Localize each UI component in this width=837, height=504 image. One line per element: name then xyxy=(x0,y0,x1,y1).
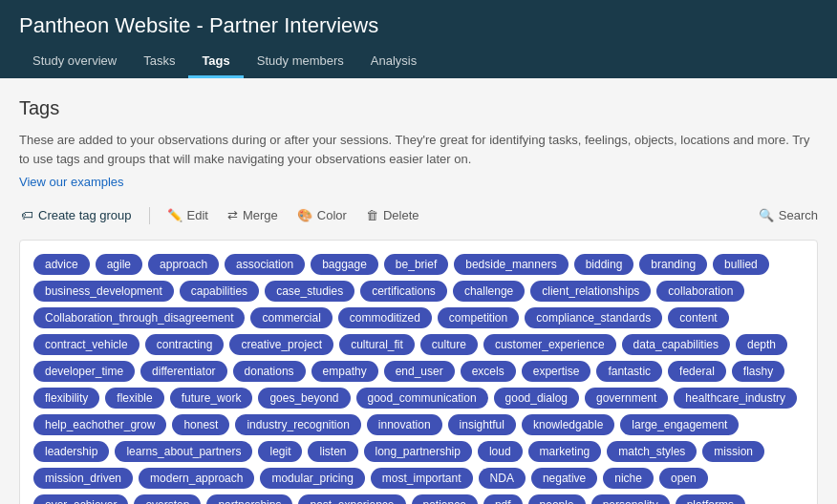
tag[interactable]: over_achiever xyxy=(33,494,128,504)
nav-item-tasks[interactable]: Tasks xyxy=(130,46,188,78)
tag[interactable]: honest xyxy=(172,414,229,435)
tag[interactable]: client_relationships xyxy=(530,281,651,302)
tag[interactable]: contracting xyxy=(145,334,225,355)
examples-link[interactable]: View our examples xyxy=(19,175,124,189)
tag[interactable]: advice xyxy=(33,254,90,275)
tag[interactable]: customer_experience xyxy=(483,334,616,355)
tag[interactable]: creative_project xyxy=(229,334,333,355)
edit-icon: ✏️ xyxy=(167,208,182,222)
nav-item-tags[interactable]: Tags xyxy=(188,46,243,78)
tag[interactable]: approach xyxy=(148,254,219,275)
tag[interactable]: competition xyxy=(438,307,519,328)
tag[interactable]: challenge xyxy=(453,281,525,302)
tag[interactable]: case_studies xyxy=(265,281,354,302)
tag[interactable]: collaboration xyxy=(656,281,744,302)
tag[interactable]: federal xyxy=(668,361,726,382)
tag[interactable]: data_capabilities xyxy=(622,334,730,355)
merge-icon: ⇄ xyxy=(227,208,238,222)
tag[interactable]: past_experience xyxy=(298,494,405,504)
tag[interactable]: people xyxy=(528,494,586,504)
tag[interactable]: help_eachother_grow xyxy=(33,414,166,435)
color-button[interactable]: 🎨 Color xyxy=(295,204,349,226)
tag[interactable]: Collaboration_through_disagreement xyxy=(33,307,245,328)
tag[interactable]: match_styles xyxy=(607,441,697,462)
tag-icon: 🏷 xyxy=(21,208,33,222)
tag[interactable]: listen xyxy=(308,441,357,462)
create-tag-group-button[interactable]: 🏷 Create tag group xyxy=(19,204,134,226)
tag[interactable]: commoditized xyxy=(338,307,432,328)
tag[interactable]: good_dialog xyxy=(494,388,579,409)
tag[interactable]: empathy xyxy=(311,361,378,382)
tag[interactable]: donations xyxy=(233,361,306,382)
tag[interactable]: open xyxy=(659,468,708,489)
tag[interactable]: knowledgable xyxy=(522,414,614,435)
tag[interactable]: healthcare_industry xyxy=(674,388,797,409)
nav-item-study-overview[interactable]: Study overview xyxy=(19,46,130,78)
tag[interactable]: flexibility xyxy=(33,388,99,409)
tag[interactable]: branding xyxy=(639,254,707,275)
tag[interactable]: bedside_manners xyxy=(454,254,568,275)
tag[interactable]: legit xyxy=(258,441,302,462)
tag[interactable]: be_brief xyxy=(384,254,448,275)
tag[interactable]: pdf xyxy=(483,494,523,504)
search-button[interactable]: 🔍 Search xyxy=(759,208,818,222)
tag[interactable]: mission_driven xyxy=(33,468,133,489)
tag[interactable]: expertise xyxy=(522,361,591,382)
tag[interactable]: bidding xyxy=(574,254,634,275)
edit-button[interactable]: ✏️ Edit xyxy=(165,204,210,226)
tag[interactable]: innovation xyxy=(367,414,442,435)
tag[interactable]: excels xyxy=(461,361,516,382)
tag[interactable]: long_partnership xyxy=(364,441,472,462)
search-icon: 🔍 xyxy=(759,208,774,222)
tag[interactable]: agile xyxy=(96,254,142,275)
tag[interactable]: baggage xyxy=(311,254,378,275)
tag[interactable]: fantastic xyxy=(596,361,662,382)
nav-item-analysis[interactable]: Analysis xyxy=(357,46,430,78)
tag[interactable]: platforms xyxy=(676,494,745,504)
merge-button[interactable]: ⇄ Merge xyxy=(225,204,280,226)
tag[interactable]: partnerships xyxy=(206,494,292,504)
tag[interactable]: overstep xyxy=(134,494,201,504)
tag[interactable]: learns_about_partners xyxy=(115,441,252,462)
tag[interactable]: content xyxy=(668,307,728,328)
tag[interactable]: modern_approach xyxy=(139,468,254,489)
tag[interactable]: business_development xyxy=(33,281,174,302)
tag[interactable]: culture xyxy=(420,334,478,355)
delete-icon: 🗑 xyxy=(366,208,378,222)
tag[interactable]: association xyxy=(225,254,305,275)
tag[interactable]: bullied xyxy=(713,254,769,275)
nav-item-study-members[interactable]: Study members xyxy=(244,46,357,78)
tag[interactable]: leadership xyxy=(33,441,109,462)
tags-page-title: Tags xyxy=(19,97,818,119)
tag[interactable]: large_engagement xyxy=(620,414,739,435)
tag[interactable]: capabilities xyxy=(180,281,259,302)
delete-button[interactable]: 🗑 Delete xyxy=(364,204,421,226)
tag[interactable]: personality xyxy=(591,494,670,504)
tag[interactable]: modular_pricing xyxy=(260,468,364,489)
tag[interactable]: NDA xyxy=(479,468,526,489)
tag[interactable]: most_important xyxy=(371,468,473,489)
tag[interactable]: marketing xyxy=(528,441,602,462)
tag[interactable]: flexible xyxy=(105,388,163,409)
tag[interactable]: contract_vehicle xyxy=(33,334,140,355)
tag[interactable]: negative xyxy=(531,468,597,489)
tag[interactable]: certifications xyxy=(360,281,447,302)
tag[interactable]: good_communication xyxy=(356,388,488,409)
tag[interactable]: developer_time xyxy=(33,361,135,382)
tag[interactable]: end_user xyxy=(384,361,455,382)
tag[interactable]: patience xyxy=(412,494,478,504)
tag[interactable]: flashy xyxy=(732,361,784,382)
tag[interactable]: government xyxy=(585,388,668,409)
tag[interactable]: depth xyxy=(736,334,787,355)
tag[interactable]: industry_recognition xyxy=(235,414,360,435)
tag[interactable]: compliance_standards xyxy=(525,307,662,328)
tag[interactable]: loud xyxy=(478,441,523,462)
tag[interactable]: goes_beyond xyxy=(258,388,350,409)
tag[interactable]: insightful xyxy=(448,414,516,435)
tag[interactable]: niche xyxy=(603,468,654,489)
tag[interactable]: future_work xyxy=(170,388,253,409)
tag[interactable]: mission xyxy=(702,441,764,462)
tag[interactable]: differentiator xyxy=(140,361,227,382)
tag[interactable]: cultural_fit xyxy=(339,334,415,355)
tag[interactable]: commercial xyxy=(250,307,332,328)
